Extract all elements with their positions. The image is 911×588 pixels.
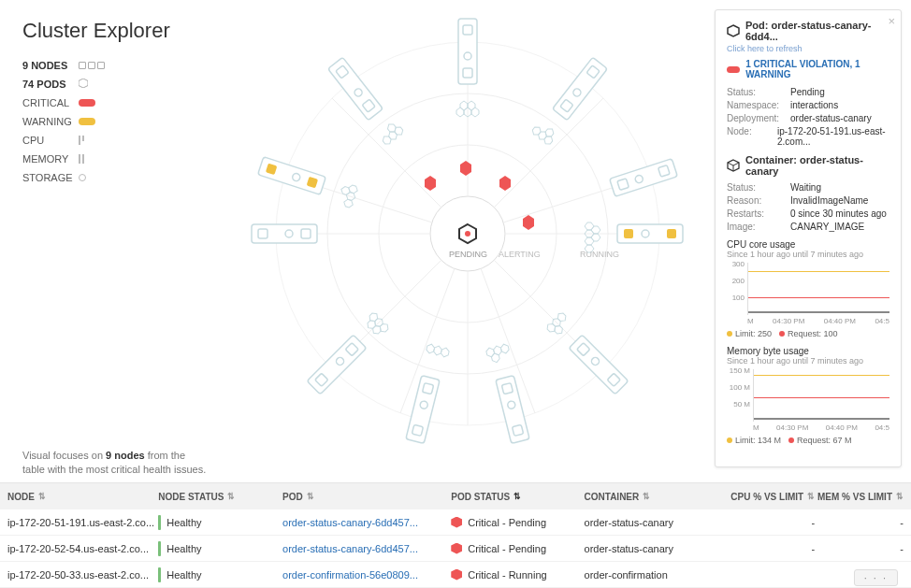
svg-marker-80 <box>591 226 600 234</box>
svg-marker-75 <box>543 127 555 139</box>
chart-legend-item: Limit: 250 <box>727 329 772 338</box>
kv-row: Restarts:0 since 30 minutes ago <box>727 208 889 219</box>
svg-line-12 <box>332 98 441 208</box>
svg-marker-74 <box>530 125 542 137</box>
svg-rect-31 <box>610 159 678 197</box>
cell-pod-status: Critical - Running <box>451 569 584 581</box>
table-row[interactable]: ip-172-20-51-191.us-east-2.co...Healthyo… <box>0 509 911 536</box>
table-row[interactable]: ip-172-20-52-54.us-east-2.co...Healthyor… <box>0 536 911 562</box>
cell-container: order-status-canary <box>585 517 727 528</box>
violation-text[interactable]: 1 CRITICAL VIOLATION, 1 WARNING <box>745 59 889 79</box>
legend: 9 NODES 74 PODS CRITICAL WARNING CPU MEM… <box>22 56 206 187</box>
table-row[interactable]: ip-172-20-50-33.us-east-2.co...Healthyor… <box>0 562 911 588</box>
kv-row: Namespace:interactions <box>727 100 889 110</box>
svg-marker-70 <box>468 101 475 110</box>
svg-marker-21 <box>499 176 511 191</box>
cell-node-status: Healthy <box>158 567 282 582</box>
container-title: Container: order-status-canary <box>745 154 889 177</box>
cell-cpu: - <box>726 517 815 528</box>
panel-title: Pod: order-status-canary-6dd4... <box>745 20 889 42</box>
svg-marker-87 <box>485 347 495 358</box>
legend-storage: STORAGE <box>22 172 79 183</box>
th-pod[interactable]: POD⇅ <box>282 492 451 502</box>
kv-row: Status:Pending <box>727 87 889 97</box>
sort-icon: ⇅ <box>807 492 815 501</box>
th-node[interactable]: NODE⇅ <box>7 492 158 502</box>
mem-chart-subtitle: Since 1 hour ago until 7 minutes ago <box>727 356 889 366</box>
close-icon[interactable]: × <box>888 14 895 28</box>
th-pod-status[interactable]: POD STATUS⇅ <box>451 492 584 502</box>
data-table: NODE⇅ NODE STATUS⇅ POD⇅ POD STATUS⇅ CONT… <box>0 482 911 588</box>
kv-row: Image:CANARY_IMAGE <box>727 222 889 232</box>
more-button[interactable]: · · · <box>854 569 898 586</box>
sort-icon: ⇅ <box>643 492 650 501</box>
svg-rect-51 <box>307 335 367 394</box>
legend-warning: WARNING <box>22 116 79 127</box>
svg-rect-44 <box>513 424 524 436</box>
critical-hex-icon <box>451 569 462 581</box>
cell-pod-link[interactable]: order-confirmation-56e0809... <box>282 569 451 581</box>
chart-legend-item: Request: 67 M <box>788 436 852 445</box>
cpu-icon <box>79 136 84 145</box>
health-bar-icon <box>158 567 161 582</box>
svg-point-18 <box>465 231 470 237</box>
critical-pill-icon <box>79 99 95 107</box>
critical-hex-icon <box>451 517 462 528</box>
svg-rect-36 <box>667 229 676 238</box>
svg-marker-84 <box>556 311 568 323</box>
sort-icon: ⇅ <box>227 492 235 501</box>
cell-container: order-status-canary <box>585 543 727 554</box>
cpu-chart-subtitle: Since 1 hour ago until 7 minutes ago <box>727 250 889 259</box>
table-header: NODE⇅ NODE STATUS⇅ POD⇅ POD STATUS⇅ CONT… <box>0 483 911 509</box>
th-node-status[interactable]: NODE STATUS⇅ <box>158 492 282 502</box>
legend-memory: MEMORY <box>22 153 79 165</box>
cell-pod-link[interactable]: order-status-canary-6dd457... <box>282 543 451 554</box>
mem-chart-title: Memory byte usage <box>727 346 889 356</box>
svg-marker-105 <box>386 122 398 135</box>
svg-rect-24 <box>463 25 472 35</box>
cell-node: ip-172-20-51-191.us-east-2.co... <box>7 517 158 528</box>
svg-marker-90 <box>433 345 442 356</box>
svg-rect-63 <box>328 57 383 120</box>
svg-marker-71 <box>460 101 468 110</box>
svg-rect-32 <box>658 165 671 178</box>
container-cube-icon <box>727 159 740 172</box>
kv-row: Status:Waiting <box>727 182 889 193</box>
svg-marker-20 <box>460 161 471 176</box>
legend-nodes: 9 NODES <box>22 60 79 71</box>
cell-node-status: Healthy <box>158 515 282 530</box>
violation-icon <box>727 66 740 73</box>
mem-chart: 150 M 100 M 50 M <box>753 369 889 422</box>
cell-node: ip-172-20-50-33.us-east-2.co... <box>7 569 158 581</box>
details-panel: × Pod: order-status-canary-6dd4... Click… <box>715 9 902 467</box>
sort-icon: ⇅ <box>896 492 904 501</box>
cpu-chart-title: CPU core usage <box>727 239 889 250</box>
svg-rect-58 <box>301 229 311 238</box>
cpu-chart: 300 200 100 <box>747 263 889 315</box>
svg-rect-56 <box>258 229 268 238</box>
svg-marker-92 <box>441 347 450 358</box>
pod-hexagon-icon <box>727 24 740 37</box>
svg-rect-26 <box>463 68 472 78</box>
cell-pod-status: Critical - Pending <box>451 517 584 528</box>
sort-icon: ⇅ <box>307 492 314 501</box>
critical-hex-icon <box>451 543 462 554</box>
label-pending: PENDING <box>449 250 487 259</box>
refresh-link[interactable]: Click here to refresh <box>727 44 889 53</box>
th-container[interactable]: CONTAINER⇅ <box>585 492 727 502</box>
svg-rect-34 <box>617 179 629 191</box>
th-cpu[interactable]: CPU % VS LIMIT⇅ <box>726 492 815 502</box>
cell-pod-link[interactable]: order-status-canary-6dd457... <box>282 517 451 528</box>
svg-line-6 <box>494 98 603 208</box>
svg-marker-22 <box>523 215 534 230</box>
health-bar-icon <box>158 541 161 556</box>
chart-legend-item: Request: 100 <box>779 329 838 338</box>
th-mem[interactable]: MEM % VS LIMIT⇅ <box>815 492 904 502</box>
cell-container: order-confirmation <box>585 569 727 581</box>
svg-marker-89 <box>491 352 500 364</box>
warning-pill-icon <box>79 118 95 125</box>
svg-marker-104 <box>381 135 392 147</box>
sort-icon: ⇅ <box>513 492 521 501</box>
svg-marker-106 <box>728 25 739 36</box>
svg-rect-27 <box>553 57 608 120</box>
